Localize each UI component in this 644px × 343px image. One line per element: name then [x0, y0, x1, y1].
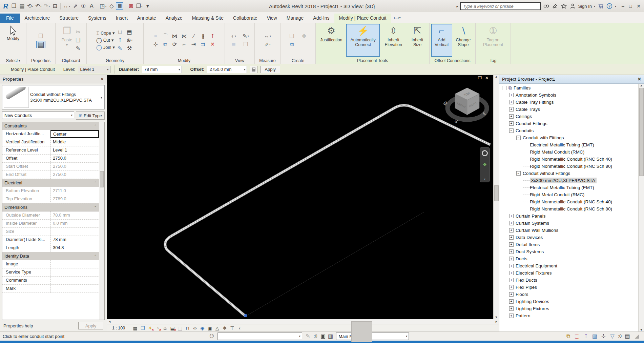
justification-button[interactable]: ⚙Justification — [317, 24, 346, 57]
trim-extend-single-icon[interactable]: ⇥ — [190, 41, 198, 48]
options-apply-button[interactable]: Apply — [260, 66, 280, 73]
tree-item-rigid-metal-conduit-rmc-[interactable]: Rigid Metal Conduit (RMC) — [500, 191, 638, 198]
project-browser-close-icon[interactable]: ✕ — [638, 77, 641, 82]
view-minimize-icon[interactable]: – — [472, 76, 475, 80]
browser-scrollbar[interactable]: ▲ ▼ — [638, 84, 644, 331]
view-close-icon[interactable]: ✕ — [485, 76, 489, 80]
sign-in-button[interactable]: Sign In — [578, 4, 591, 9]
sun-path-icon[interactable]: ☀✕ — [147, 325, 153, 331]
properties-palette-button[interactable]: ▤ — [36, 41, 45, 48]
scroll-left-icon[interactable]: ◄ — [108, 320, 111, 323]
join-button[interactable]: ◯Join▾ — [96, 44, 115, 51]
tree-item-electrical-equipment[interactable]: +Electrical Equipment — [500, 262, 638, 269]
paste-button[interactable]: ❐Paste▾ — [60, 24, 74, 57]
tree-item-duct-systems[interactable]: +Duct Systems — [500, 248, 638, 255]
offset-icon[interactable]: ⌒ — [162, 33, 169, 40]
reveal-constraints-icon[interactable]: ⊤ — [229, 325, 235, 331]
design-options-icon[interactable]: ▣ — [319, 332, 327, 340]
tree-item-pattern[interactable]: +Pattern — [500, 312, 638, 319]
collapse-icon[interactable]: − — [509, 128, 514, 133]
qat-customize-icon[interactable]: ▾ — [144, 2, 151, 10]
select-underlay-icon[interactable]: ⬚ — [574, 332, 581, 340]
scroll-up-icon[interactable]: ▲ — [495, 75, 498, 78]
lock-offset-toggle[interactable] — [250, 66, 257, 73]
browser-scroll-up-icon[interactable]: ▲ — [640, 84, 643, 87]
panel-label-select[interactable]: Select▾ — [0, 58, 26, 64]
properties-apply-button[interactable]: Apply — [78, 322, 103, 329]
offset-select[interactable]: 2750.0 mm▾ — [207, 66, 247, 73]
tag-by-category-icon[interactable]: ① — [80, 2, 87, 10]
property-value[interactable] — [50, 285, 99, 292]
tab-annotate[interactable]: Annotate — [132, 14, 161, 23]
delete-icon[interactable]: ✕ — [209, 41, 216, 48]
split-face-icon[interactable]: ⇞ — [116, 37, 124, 44]
tree-item-conduits[interactable]: −Conduits — [500, 127, 638, 134]
active-option-icon[interactable]: ▥ — [327, 332, 334, 340]
maximize-button[interactable]: □ — [629, 3, 632, 9]
worksets-icon[interactable]: ⚇ — [208, 332, 215, 340]
inherit-size-button[interactable]: ⇱Inherit Size — [407, 24, 428, 57]
expand-icon[interactable]: + — [509, 121, 514, 126]
filter-icon[interactable]: ▽ — [609, 332, 616, 340]
view-visibility-icon[interactable]: ◐▾ — [230, 33, 237, 40]
section-icon[interactable]: ◇ — [108, 2, 115, 10]
section-collapse-icon[interactable]: ⌃ — [94, 124, 97, 128]
tab-modify-place-conduit[interactable]: Modify | Place Conduit — [334, 14, 391, 23]
show-analytical-model-icon[interactable]: △ — [214, 325, 221, 331]
property-value[interactable]: 304.8 — [50, 244, 99, 252]
match-type-properties-icon[interactable]: ✎ — [74, 45, 82, 52]
type-selector-caret-icon[interactable]: ▾ — [101, 96, 102, 99]
tree-item-rigid-nonmetallic-conduit-rnc-sch-40-[interactable]: Rigid Nonmetallic Conduit (RNC Sch 40) — [500, 156, 638, 163]
view-restore-icon[interactable]: ❐ — [478, 76, 482, 80]
tree-item-curtain-systems[interactable]: +Curtain Systems — [500, 220, 638, 227]
property-value[interactable]: 78 mm — [50, 236, 99, 244]
create-similar-icon[interactable]: ❖ — [300, 33, 308, 40]
expand-icon[interactable]: + — [509, 264, 514, 268]
cut-profile-icon[interactable]: ❒ — [242, 41, 250, 48]
expand-icon[interactable]: + — [509, 249, 514, 254]
section-constraints[interactable]: Constraints⌃ — [2, 122, 99, 130]
copy-to-clipboard-icon[interactable]: ❏ — [74, 37, 82, 44]
tab-collaborate[interactable]: Collaborate — [228, 14, 262, 23]
beam-cope-icon[interactable]: ⬒ — [126, 28, 133, 36]
tree-item-ducts[interactable]: +Ducts — [500, 255, 638, 262]
edit-type-button[interactable]: ⊞ Edit Type — [76, 112, 105, 120]
close-button[interactable]: ✕ — [637, 3, 641, 9]
tab-manage[interactable]: Manage — [282, 14, 309, 23]
search-icon[interactable] — [543, 3, 549, 9]
steering-wheel-icon[interactable] — [482, 150, 488, 156]
property-value[interactable]: 2750.0 — [50, 171, 99, 179]
tab-extension-icon[interactable]: ▭▾ — [393, 14, 401, 21]
tree-item-conduit-fittings[interactable]: +Conduit Fittings — [500, 120, 638, 127]
expand-icon[interactable]: + — [509, 107, 514, 112]
active-workset-select[interactable]: ▾ — [217, 332, 302, 340]
expand-icon[interactable]: + — [509, 93, 514, 97]
tree-item-electrical-metallic-tubing-emt-[interactable]: Electrical Metallic Tubing (EMT) — [500, 141, 638, 148]
tree-item-curtain-wall-mullions[interactable]: +Curtain Wall Mullions — [500, 227, 638, 234]
tab-systems[interactable]: Systems — [83, 14, 111, 23]
shadows-icon[interactable]: ◔✕ — [154, 325, 161, 331]
property-value[interactable]: 2789.0 — [50, 195, 99, 203]
level-select[interactable]: Level 1▾ — [78, 66, 110, 73]
tree-item-rigid-nonmetallic-conduit-rnc-sch-80-[interactable]: Rigid Nonmetallic Conduit (RNC Sch 80) — [500, 163, 638, 170]
project-browser-header[interactable]: Project Browser - Project1 ✕ — [499, 75, 644, 84]
align-icon[interactable]: ≡ — [152, 33, 160, 40]
save-icon[interactable]: ▤ — [18, 2, 26, 10]
select-links-icon[interactable]: ⧉ — [565, 332, 572, 340]
properties-close-icon[interactable]: ✕ — [100, 77, 104, 82]
trim-extend-corner-icon[interactable]: ⌐ — [181, 41, 188, 48]
tab-analyze[interactable]: Analyze — [161, 14, 187, 23]
create-assembly-icon[interactable]: ⧉ — [288, 41, 296, 48]
paint-icon[interactable]: ⊕▾ — [126, 37, 133, 44]
section-identity-data[interactable]: Identity Data⌃ — [2, 252, 99, 260]
measure-between-references-icon[interactable]: ⇔▾ — [263, 33, 272, 40]
expand-icon[interactable]: + — [509, 235, 514, 240]
create-group-icon[interactable]: ❑ — [288, 33, 296, 40]
minimize-button[interactable]: – — [622, 3, 624, 9]
resize-grip-icon[interactable]: ◢ — [633, 332, 641, 340]
section-collapse-icon[interactable]: ⌃ — [94, 254, 97, 258]
viewport-vertical-scrollbar[interactable]: ▲ ▼ — [493, 75, 499, 319]
tree-item-flex-pipes[interactable]: +Flex Pipes — [500, 284, 638, 291]
property-value[interactable] — [50, 260, 99, 268]
automatically-connect-button[interactable]: ⚡Automatically Connect — [346, 24, 380, 57]
